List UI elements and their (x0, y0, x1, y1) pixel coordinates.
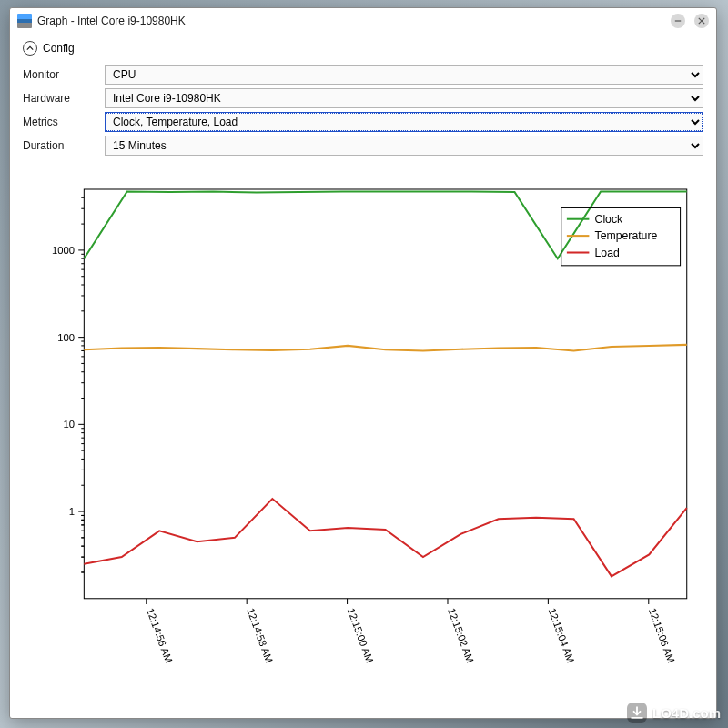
chart-container: 110100100012:14:56 AM12:14:58 AM12:15:00… (10, 163, 716, 718)
config-form: Monitor CPU Hardware Intel Core i9-10980… (10, 59, 716, 163)
config-toggle[interactable]: Config (10, 34, 716, 59)
watermark: LO4D.com (627, 703, 721, 723)
config-label: Config (43, 42, 75, 55)
duration-select[interactable]: 15 Minutes (105, 136, 703, 156)
watermark-text: LO4D.com (652, 705, 721, 721)
chevron-up-icon (23, 41, 37, 56)
app-icon (17, 14, 32, 28)
svg-text:12:15:04 AM: 12:15:04 AM (547, 607, 577, 664)
duration-label: Duration (23, 139, 96, 152)
close-button[interactable] (694, 14, 709, 28)
svg-text:12:15:00 AM: 12:15:00 AM (346, 607, 376, 664)
line-chart: 110100100012:14:56 AM12:14:58 AM12:15:00… (28, 170, 698, 711)
download-icon (627, 703, 647, 723)
minimize-button[interactable] (671, 14, 685, 28)
svg-text:Temperature: Temperature (595, 229, 658, 242)
svg-text:1: 1 (69, 506, 75, 517)
svg-text:12:15:06 AM: 12:15:06 AM (647, 607, 677, 664)
svg-text:12:14:58 AM: 12:14:58 AM (245, 607, 275, 664)
svg-text:Clock: Clock (595, 213, 624, 226)
hardware-select[interactable]: Intel Core i9-10980HK (105, 88, 703, 108)
app-window: Graph - Intel Core i9-10980HK Config Mon… (9, 7, 717, 719)
hardware-label: Hardware (23, 92, 96, 105)
close-icon (698, 17, 705, 25)
svg-text:100: 100 (57, 332, 75, 343)
svg-text:12:15:02 AM: 12:15:02 AM (446, 607, 476, 664)
svg-text:10: 10 (64, 419, 76, 430)
svg-text:1000: 1000 (52, 245, 75, 256)
monitor-label: Monitor (23, 68, 96, 81)
svg-text:Load: Load (595, 247, 620, 259)
titlebar: Graph - Intel Core i9-10980HK (10, 8, 716, 34)
metrics-label: Metrics (23, 116, 96, 128)
metrics-select[interactable]: Clock, Temperature, Load (105, 112, 703, 132)
minimize-icon (674, 17, 682, 25)
window-title: Graph - Intel Core i9-10980HK (37, 15, 665, 27)
svg-text:12:14:56 AM: 12:14:56 AM (145, 607, 175, 664)
monitor-select[interactable]: CPU (105, 65, 703, 85)
